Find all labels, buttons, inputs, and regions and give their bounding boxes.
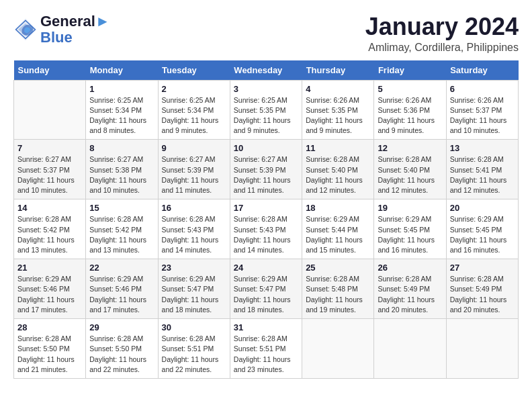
calendar-week-row: 28Sunrise: 6:28 AM Sunset: 5:50 PM Dayli… xyxy=(14,319,519,379)
day-info: Sunrise: 6:25 AM Sunset: 5:34 PM Dayligh… xyxy=(89,95,154,136)
calendar-cell: 26Sunrise: 6:28 AM Sunset: 5:49 PM Dayli… xyxy=(374,259,446,319)
calendar-cell: 10Sunrise: 6:27 AM Sunset: 5:39 PM Dayli… xyxy=(230,140,302,199)
day-number: 5 xyxy=(378,84,442,94)
day-number: 3 xyxy=(234,84,298,94)
day-info: Sunrise: 6:28 AM Sunset: 5:40 PM Dayligh… xyxy=(378,154,442,195)
day-of-week-header: Sunday xyxy=(14,60,86,81)
calendar-cell: 3Sunrise: 6:25 AM Sunset: 5:35 PM Daylig… xyxy=(230,80,302,140)
calendar-week-row: 14Sunrise: 6:28 AM Sunset: 5:42 PM Dayli… xyxy=(14,199,519,259)
day-info: Sunrise: 6:28 AM Sunset: 5:40 PM Dayligh… xyxy=(306,154,370,195)
day-info: Sunrise: 6:27 AM Sunset: 5:39 PM Dayligh… xyxy=(234,154,298,195)
calendar-cell xyxy=(374,319,446,379)
day-info: Sunrise: 6:28 AM Sunset: 5:43 PM Dayligh… xyxy=(234,214,298,255)
calendar-cell xyxy=(14,80,86,140)
day-info: Sunrise: 6:29 AM Sunset: 5:46 PM Dayligh… xyxy=(89,274,154,315)
calendar-cell: 20Sunrise: 6:29 AM Sunset: 5:45 PM Dayli… xyxy=(446,199,518,259)
day-number: 13 xyxy=(450,143,515,153)
calendar-cell: 22Sunrise: 6:29 AM Sunset: 5:46 PM Dayli… xyxy=(86,259,158,319)
day-number: 17 xyxy=(234,203,298,213)
calendar-cell: 15Sunrise: 6:28 AM Sunset: 5:42 PM Dayli… xyxy=(86,199,158,259)
day-number: 26 xyxy=(378,263,442,273)
day-number: 28 xyxy=(17,322,82,332)
day-info: Sunrise: 6:28 AM Sunset: 5:42 PM Dayligh… xyxy=(89,214,154,255)
day-info: Sunrise: 6:29 AM Sunset: 5:47 PM Dayligh… xyxy=(162,274,226,315)
calendar-cell: 1Sunrise: 6:25 AM Sunset: 5:34 PM Daylig… xyxy=(86,80,158,140)
header-row: SundayMondayTuesdayWednesdayThursdayFrid… xyxy=(14,60,519,81)
calendar-cell: 5Sunrise: 6:26 AM Sunset: 5:36 PM Daylig… xyxy=(374,80,446,140)
day-info: Sunrise: 6:28 AM Sunset: 5:49 PM Dayligh… xyxy=(450,274,515,315)
day-of-week-header: Friday xyxy=(374,60,446,81)
day-of-week-header: Tuesday xyxy=(158,60,230,81)
day-number: 20 xyxy=(450,203,515,213)
day-number: 11 xyxy=(306,143,370,153)
day-info: Sunrise: 6:29 AM Sunset: 5:45 PM Dayligh… xyxy=(378,214,442,255)
calendar-cell xyxy=(302,319,374,379)
calendar-cell: 25Sunrise: 6:28 AM Sunset: 5:48 PM Dayli… xyxy=(302,259,374,319)
day-info: Sunrise: 6:28 AM Sunset: 5:43 PM Dayligh… xyxy=(162,214,226,255)
day-number: 27 xyxy=(450,263,515,273)
day-info: Sunrise: 6:26 AM Sunset: 5:36 PM Dayligh… xyxy=(378,95,442,136)
day-info: Sunrise: 6:28 AM Sunset: 5:49 PM Dayligh… xyxy=(378,274,442,315)
calendar-cell: 7Sunrise: 6:27 AM Sunset: 5:37 PM Daylig… xyxy=(14,140,86,199)
day-info: Sunrise: 6:28 AM Sunset: 5:48 PM Dayligh… xyxy=(306,274,370,315)
day-info: Sunrise: 6:27 AM Sunset: 5:38 PM Dayligh… xyxy=(89,154,154,195)
day-number: 1 xyxy=(89,84,154,94)
calendar-cell: 21Sunrise: 6:29 AM Sunset: 5:46 PM Dayli… xyxy=(14,259,86,319)
day-info: Sunrise: 6:27 AM Sunset: 5:39 PM Dayligh… xyxy=(162,154,226,195)
day-info: Sunrise: 6:29 AM Sunset: 5:44 PM Dayligh… xyxy=(306,214,370,255)
calendar-cell: 11Sunrise: 6:28 AM Sunset: 5:40 PM Dayli… xyxy=(302,140,374,199)
calendar-week-row: 1Sunrise: 6:25 AM Sunset: 5:34 PM Daylig… xyxy=(14,80,519,140)
day-number: 9 xyxy=(162,143,226,153)
calendar-header: SundayMondayTuesdayWednesdayThursdayFrid… xyxy=(14,60,519,81)
calendar-week-row: 7Sunrise: 6:27 AM Sunset: 5:37 PM Daylig… xyxy=(14,140,519,199)
day-number: 21 xyxy=(17,263,82,273)
day-info: Sunrise: 6:29 AM Sunset: 5:47 PM Dayligh… xyxy=(234,274,298,315)
calendar-cell: 8Sunrise: 6:27 AM Sunset: 5:38 PM Daylig… xyxy=(86,140,158,199)
day-number: 22 xyxy=(89,263,154,273)
day-info: Sunrise: 6:28 AM Sunset: 5:50 PM Dayligh… xyxy=(89,334,154,375)
day-number: 4 xyxy=(306,84,370,94)
day-info: Sunrise: 6:26 AM Sunset: 5:37 PM Dayligh… xyxy=(450,95,515,136)
calendar-cell: 31Sunrise: 6:28 AM Sunset: 5:51 PM Dayli… xyxy=(230,319,302,379)
month-title: January 2024 xyxy=(365,13,519,40)
day-number: 6 xyxy=(450,84,515,94)
calendar-cell: 30Sunrise: 6:28 AM Sunset: 5:51 PM Dayli… xyxy=(158,319,230,379)
day-number: 15 xyxy=(89,203,154,213)
day-info: Sunrise: 6:25 AM Sunset: 5:34 PM Dayligh… xyxy=(162,95,226,136)
day-info: Sunrise: 6:27 AM Sunset: 5:37 PM Dayligh… xyxy=(17,154,82,195)
day-number: 24 xyxy=(234,263,298,273)
logo-icon xyxy=(13,17,38,42)
day-info: Sunrise: 6:29 AM Sunset: 5:46 PM Dayligh… xyxy=(17,274,82,315)
calendar-cell: 23Sunrise: 6:29 AM Sunset: 5:47 PM Dayli… xyxy=(158,259,230,319)
calendar-cell: 28Sunrise: 6:28 AM Sunset: 5:50 PM Dayli… xyxy=(14,319,86,379)
day-number: 29 xyxy=(89,322,154,332)
calendar-cell: 9Sunrise: 6:27 AM Sunset: 5:39 PM Daylig… xyxy=(158,140,230,199)
day-number: 7 xyxy=(17,143,82,153)
day-info: Sunrise: 6:28 AM Sunset: 5:42 PM Dayligh… xyxy=(17,214,82,255)
day-number: 16 xyxy=(162,203,226,213)
calendar-cell: 27Sunrise: 6:28 AM Sunset: 5:49 PM Dayli… xyxy=(446,259,518,319)
day-of-week-header: Thursday xyxy=(302,60,374,81)
title-section: January 2024 Amlimay, Cordillera, Philip… xyxy=(365,13,519,54)
calendar-cell: 2Sunrise: 6:25 AM Sunset: 5:34 PM Daylig… xyxy=(158,80,230,140)
day-info: Sunrise: 6:29 AM Sunset: 5:45 PM Dayligh… xyxy=(450,214,515,255)
day-info: Sunrise: 6:28 AM Sunset: 5:50 PM Dayligh… xyxy=(17,334,82,375)
day-info: Sunrise: 6:28 AM Sunset: 5:41 PM Dayligh… xyxy=(450,154,515,195)
day-of-week-header: Saturday xyxy=(446,60,518,81)
day-of-week-header: Monday xyxy=(86,60,158,81)
day-number: 18 xyxy=(306,203,370,213)
calendar-cell: 4Sunrise: 6:26 AM Sunset: 5:35 PM Daylig… xyxy=(302,80,374,140)
calendar-cell: 16Sunrise: 6:28 AM Sunset: 5:43 PM Dayli… xyxy=(158,199,230,259)
day-number: 10 xyxy=(234,143,298,153)
page-header: General► Blue January 2024 Amlimay, Cord… xyxy=(13,13,519,54)
day-number: 14 xyxy=(17,203,82,213)
day-number: 2 xyxy=(162,84,226,94)
calendar-cell: 6Sunrise: 6:26 AM Sunset: 5:37 PM Daylig… xyxy=(446,80,518,140)
logo-text: General► Blue xyxy=(40,13,110,46)
day-info: Sunrise: 6:28 AM Sunset: 5:51 PM Dayligh… xyxy=(234,334,298,375)
calendar-cell: 24Sunrise: 6:29 AM Sunset: 5:47 PM Dayli… xyxy=(230,259,302,319)
day-number: 25 xyxy=(306,263,370,273)
calendar-cell: 14Sunrise: 6:28 AM Sunset: 5:42 PM Dayli… xyxy=(14,199,86,259)
day-number: 23 xyxy=(162,263,226,273)
calendar-cell: 12Sunrise: 6:28 AM Sunset: 5:40 PM Dayli… xyxy=(374,140,446,199)
